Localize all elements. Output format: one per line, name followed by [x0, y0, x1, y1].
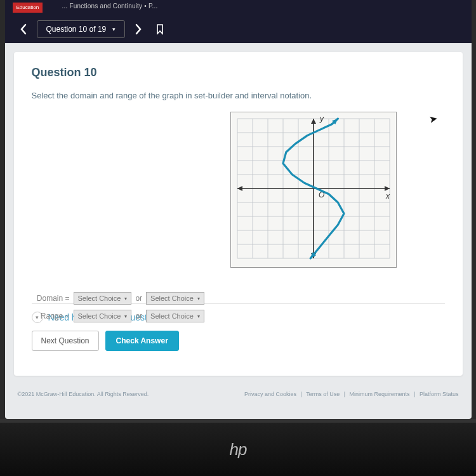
next-question-action-button[interactable]: Next Question: [32, 331, 99, 351]
breadcrumb: ... Functions and Continuity • P...: [62, 3, 158, 10]
laptop-bezel: hp: [0, 419, 476, 476]
select-placeholder: Select Choice: [150, 294, 194, 302]
check-answer-button[interactable]: Check Answer: [105, 331, 179, 351]
footer-platform-link[interactable]: Platform Status: [420, 391, 459, 397]
footer-terms-link[interactable]: Terms of Use: [306, 391, 340, 397]
bookmark-icon: [155, 23, 164, 35]
question-counter-label: Question 10 of 19: [46, 25, 107, 34]
range-row: Range = Select Choice ▾ or Select Choice…: [32, 310, 204, 322]
chevron-down-icon: ▾: [124, 314, 127, 319]
question-title: Question 10: [32, 66, 445, 79]
footer-requirements-link[interactable]: Minimum Requirements: [350, 391, 410, 397]
select-placeholder: Select Choice: [150, 312, 194, 320]
svg-text:x: x: [385, 192, 390, 201]
chevron-down-icon: ▾: [112, 26, 116, 32]
domain-select-1[interactable]: Select Choice ▾: [74, 292, 132, 305]
chevron-down-icon: ▾: [124, 296, 127, 301]
footer-privacy-link[interactable]: Privacy and Cookies: [244, 391, 296, 397]
graph-panel: Oyx: [230, 112, 397, 268]
chevron-right-icon: [134, 23, 143, 35]
question-counter-dropdown[interactable]: Question 10 of 19 ▾: [37, 20, 126, 38]
chevron-down-icon: ▾: [197, 296, 200, 301]
range-label: Range =: [32, 312, 70, 321]
svg-marker-24: [385, 186, 390, 191]
range-select-1[interactable]: Select Choice ▾: [74, 310, 132, 322]
question-prompt: Select the domain and range of the graph…: [32, 91, 445, 100]
cursor-icon: ➤: [428, 112, 438, 126]
chart-svg: Oyx: [231, 112, 396, 265]
bookmark-button[interactable]: [152, 21, 168, 37]
chevron-down-icon: ▾: [197, 314, 200, 319]
domain-select-2[interactable]: Select Choice ▾: [146, 292, 204, 305]
or-label: or: [135, 312, 142, 321]
brand-line: Education: [17, 5, 39, 11]
domain-label: Domain =: [32, 294, 70, 303]
svg-marker-26: [311, 119, 316, 124]
prev-question-button[interactable]: [15, 21, 32, 37]
svg-text:y: y: [319, 114, 324, 123]
hp-logo: hp: [230, 440, 247, 459]
footer: ©2021 McGraw-Hill Education. All Rights …: [5, 385, 472, 404]
select-placeholder: Select Choice: [78, 312, 121, 320]
svg-marker-25: [237, 186, 242, 191]
or-label: or: [135, 294, 142, 303]
next-question-button[interactable]: [130, 21, 147, 37]
select-placeholder: Select Choice: [78, 294, 121, 302]
footer-copyright: ©2021 McGraw-Hill Education. All Rights …: [18, 391, 149, 397]
brand-badge: Education: [13, 3, 43, 13]
chevron-left-icon: [19, 23, 28, 35]
range-select-2[interactable]: Select Choice ▾: [146, 310, 204, 322]
domain-row: Domain = Select Choice ▾ or Select Choic…: [32, 292, 204, 305]
